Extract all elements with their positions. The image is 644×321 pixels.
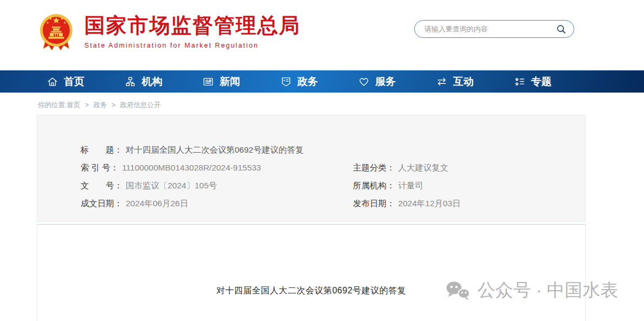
meta-label: 发布日期： (353, 198, 395, 208)
home-icon (47, 76, 58, 88)
meta-field-issuing-dept: 所属机构： 计量司 (353, 180, 585, 191)
nav-item-label: 专题 (531, 75, 552, 89)
nav-item-label: 政务 (297, 75, 318, 89)
service-heart-icon (358, 76, 370, 88)
org-chart-icon (124, 76, 136, 88)
meta-label: 成文日期： (81, 198, 123, 208)
nav-item-home[interactable]: 首页 (47, 75, 84, 89)
nav-item-label: 首页 (64, 75, 84, 89)
breadcrumb: 你的位置:首页 > 政务 > 政府信息公开 (38, 101, 644, 110)
search-input[interactable] (423, 24, 555, 34)
nav-item-org[interactable]: 机构 (124, 75, 162, 89)
nav-item-interact[interactable]: 互动 (436, 75, 474, 89)
meta-field-written-date: 成文日期： 2024年06月26日 (81, 198, 353, 208)
meta-label: 主题分类： (353, 162, 395, 173)
meta-field-title: 标 题： 对十四届全国人大二次会议第0692号建议的答复 (81, 145, 585, 155)
meta-value: 计量司 (398, 180, 423, 191)
breadcrumb-separator: > (85, 101, 89, 109)
page: 国家市场监督管理总局 State Administration for Mark… (0, 0, 644, 321)
nav-item-label: 服务 (375, 75, 396, 89)
breadcrumb-gov[interactable]: 政务 (94, 101, 107, 109)
breadcrumb-home[interactable]: 首页 (67, 101, 80, 109)
site-search-box (414, 20, 574, 38)
meta-label: 文 号： (81, 180, 123, 191)
news-icon (202, 76, 214, 88)
meta-label: 所属机构： (353, 180, 395, 191)
meta-field-publish-date: 发布日期： 2024年12月03日 (353, 198, 585, 208)
meta-label: 索 引 号： (81, 162, 119, 173)
meta-value: 11100000MB0143028R/2024-915533 (122, 162, 261, 173)
search-icon[interactable] (555, 23, 567, 35)
site-title-cn: 国家市场监督管理总局 (84, 15, 301, 37)
document-meta-card: 标 题： 对十四届全国人大二次会议第0692号建议的答复 索 引 号： 1110… (37, 115, 586, 222)
site-header: 国家市场监督管理总局 State Administration for Mark… (0, 0, 644, 70)
breadcrumb-info-disclosure[interactable]: 政府信息公开 (120, 101, 161, 109)
meta-label: 标 题： (81, 145, 123, 155)
breadcrumb-prefix: 你的位置: (38, 101, 67, 109)
document-body-card: 对十四届全国人大二次会议第0692号建议的答复 (37, 224, 586, 321)
meta-field-doc-number: 文 号： 国市监议〔2024〕105号 (81, 180, 353, 191)
main-content: 标 题： 对十四届全国人大二次会议第0692号建议的答复 索 引 号： 1110… (37, 115, 586, 321)
topics-star-list-icon (514, 76, 526, 88)
gov-shield-icon (280, 76, 292, 88)
document-title: 对十四届全国人大二次会议第0692号建议的答复 (37, 285, 585, 297)
meta-value: 国市监议〔2024〕105号 (126, 180, 217, 191)
national-emblem-icon (39, 12, 74, 55)
meta-field-index-number: 索 引 号： 11100000MB0143028R/2024-915533 (81, 162, 353, 173)
nav-item-gov[interactable]: 政务 (280, 75, 318, 89)
interact-arrows-icon (436, 76, 448, 88)
site-logo-link[interactable]: 国家市场监督管理总局 State Administration for Mark… (39, 12, 301, 55)
nav-item-topics[interactable]: 专题 (514, 75, 552, 89)
nav-item-label: 新闻 (220, 75, 240, 89)
site-title-en: State Administration for Market Regulati… (84, 42, 301, 49)
meta-value: 2024年12月03日 (398, 198, 460, 208)
nav-item-label: 互动 (453, 75, 474, 89)
main-nav: 首页 机构 新闻 (0, 70, 644, 93)
nav-item-label: 机构 (142, 75, 162, 89)
meta-field-topic-category: 主题分类： 人大建议复文 (353, 162, 585, 173)
meta-value: 对十四届全国人大二次会议第0692号建议的答复 (126, 145, 304, 155)
meta-value: 人大建议复文 (398, 162, 448, 173)
meta-value: 2024年06月26日 (126, 198, 188, 208)
nav-item-services[interactable]: 服务 (358, 75, 396, 89)
nav-item-news[interactable]: 新闻 (202, 75, 240, 89)
logo-text: 国家市场监督管理总局 State Administration for Mark… (84, 12, 301, 49)
breadcrumb-separator: > (111, 101, 115, 109)
